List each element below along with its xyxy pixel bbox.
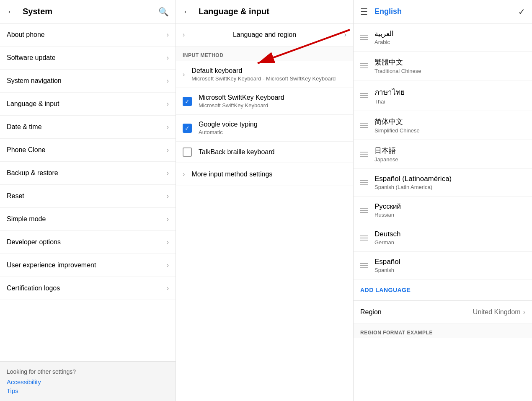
lang-info: Deutsch German: [374, 230, 400, 246]
region-format-header: REGION FORMAT EXAMPLE: [354, 324, 532, 338]
left-menu-item-date-&-time[interactable]: Date & time›: [0, 116, 176, 139]
chevron-icon: ›: [183, 171, 185, 178]
language-item[interactable]: العربية Arabic: [354, 23, 532, 52]
left-menu-item-backup-&-restore[interactable]: Backup & restore›: [0, 162, 176, 185]
swiftkey-content: Microsoft SwiftKey Keyboard Microsoft Sw…: [199, 94, 284, 109]
swiftkey-sublabel: Microsoft SwiftKey Keyboard: [199, 102, 284, 109]
add-language-section: ADD LANGUAGE: [354, 279, 532, 301]
tips-link[interactable]: Tips: [7, 387, 169, 394]
middle-header: ← Language & input: [176, 0, 353, 23]
region-item[interactable]: Region United Kingdom ›: [354, 301, 532, 324]
lang-subname: Japanese: [374, 156, 398, 163]
selected-language-label: English: [374, 7, 402, 16]
checkmark-icon: ✓: [518, 7, 525, 17]
drag-handle-icon: [360, 208, 368, 213]
chevron-icon: ›: [167, 123, 169, 131]
region-value: United Kingdom: [473, 308, 521, 316]
left-menu-item-user-experience-improvement[interactable]: User experience improvement›: [0, 254, 176, 277]
middle-back-icon[interactable]: ←: [183, 6, 192, 17]
left-menu-item-reset[interactable]: Reset›: [0, 185, 176, 208]
left-header: ← System 🔍: [0, 0, 176, 23]
language-item[interactable]: Español Spanish: [354, 252, 532, 279]
chevron-right-icon: ›: [344, 31, 346, 39]
left-menu-item-about-phone[interactable]: About phone›: [0, 23, 176, 47]
language-item[interactable]: ภาษาไทย Thai: [354, 80, 532, 111]
lang-info: Español Spanish: [374, 258, 400, 273]
default-keyboard-label: Default keyboard: [191, 67, 346, 75]
accessibility-link[interactable]: Accessibility: [7, 378, 169, 385]
lang-name: ภาษาไทย: [374, 86, 405, 98]
drag-handle-icon: [360, 180, 368, 185]
left-menu-item-label: User experience improvement: [7, 261, 96, 269]
lang-info: 日本語 Japanese: [374, 146, 398, 163]
left-menu-item-label: Simple mode: [7, 215, 46, 223]
lang-name: Deutsch: [374, 230, 400, 238]
lang-subname: Russian: [374, 212, 401, 218]
language-and-region-item[interactable]: › Language and region ›: [176, 23, 353, 47]
left-menu-item-label: About phone: [7, 31, 45, 39]
left-menu-item-label: Backup & restore: [7, 169, 58, 177]
back-icon[interactable]: ←: [7, 6, 16, 17]
swiftkey-label: Microsoft SwiftKey Keyboard: [199, 94, 284, 101]
swiftkey-keyboard-item[interactable]: Microsoft SwiftKey Keyboard Microsoft Sw…: [176, 88, 353, 115]
left-menu: About phone›Software update›System navig…: [0, 23, 176, 361]
chevron-icon: ›: [183, 31, 185, 39]
left-footer: Looking for other settings? Accessibilit…: [0, 361, 176, 401]
talkback-keyboard-item[interactable]: TalkBack braille keyboard: [176, 142, 353, 163]
language-item[interactable]: Русский Russian: [354, 197, 532, 224]
swiftkey-checkbox[interactable]: [183, 97, 192, 106]
add-language-button[interactable]: ADD LANGUAGE: [360, 287, 411, 293]
left-menu-item-software-update[interactable]: Software update›: [0, 47, 176, 70]
more-input-settings-item[interactable]: › More input method settings: [176, 163, 353, 186]
talkback-checkbox[interactable]: [183, 147, 192, 157]
region-label: Region: [360, 308, 382, 316]
right-panel: ☰ English ✓ العربية Arabic 繁體中文 Traditio…: [354, 0, 532, 401]
drag-handle-icon: [360, 263, 368, 268]
lang-info: العربية Arabic: [374, 29, 394, 45]
default-keyboard-item[interactable]: › Default keyboard Microsoft SwiftKey Ke…: [176, 61, 353, 88]
google-voice-checkbox[interactable]: [183, 124, 192, 133]
lang-subname: German: [374, 239, 400, 246]
left-menu-item-developer-options[interactable]: Developer options›: [0, 231, 176, 254]
talkback-content: TalkBack braille keyboard: [199, 148, 274, 156]
language-item[interactable]: Deutsch German: [354, 224, 532, 252]
search-icon[interactable]: 🔍: [158, 7, 169, 17]
left-menu-item-label: Certification logos: [7, 285, 60, 292]
left-menu-item-certification-logos[interactable]: Certification logos›: [0, 277, 176, 300]
chevron-icon: ›: [167, 285, 169, 292]
chevron-icon: ›: [167, 146, 169, 154]
drag-handle-icon: [360, 93, 368, 98]
google-voice-sublabel: Automatic: [199, 129, 258, 135]
chevron-icon: ›: [167, 215, 169, 223]
left-menu-item-language-&-input[interactable]: Language & input›: [0, 93, 176, 116]
left-menu-item-simple-mode[interactable]: Simple mode›: [0, 208, 176, 231]
looking-text: Looking for other settings?: [7, 368, 169, 375]
lang-subname: Thai: [374, 98, 405, 105]
left-menu-item-label: Language & input: [7, 100, 59, 108]
language-item[interactable]: 简体中文 Simplified Chinese: [354, 111, 532, 140]
middle-panel-title: Language & input: [199, 7, 269, 16]
left-menu-item-phone-clone[interactable]: Phone Clone›: [0, 139, 176, 162]
chevron-icon: ›: [167, 100, 169, 108]
chevron-icon: ›: [167, 238, 169, 246]
lang-info: Español (Latinoamérica) Spanish (Latin A…: [374, 175, 452, 190]
chevron-icon: ›: [167, 169, 169, 177]
lang-subname: Spanish (Latin America): [374, 184, 452, 190]
drag-handle-icon: [360, 123, 368, 128]
menu-icon[interactable]: ☰: [360, 7, 368, 17]
drag-handle-icon: [360, 63, 368, 68]
left-menu-item-system-navigation[interactable]: System navigation›: [0, 70, 176, 93]
language-item[interactable]: 日本語 Japanese: [354, 140, 532, 169]
input-method-section-header: INPUT METHOD: [176, 47, 353, 61]
left-panel: ← System 🔍 About phone›Software update›S…: [0, 0, 176, 401]
language-item[interactable]: 繁體中文 Traditional Chinese: [354, 52, 532, 80]
google-voice-typing-item[interactable]: Google voice typing Automatic: [176, 115, 353, 142]
middle-panel: ← Language & input › Language and region…: [176, 0, 354, 401]
language-item[interactable]: Español (Latinoamérica) Spanish (Latin A…: [354, 169, 532, 197]
region-value-wrap: United Kingdom ›: [473, 308, 525, 316]
lang-name: Русский: [374, 202, 401, 211]
lang-name: Español: [374, 258, 400, 266]
right-language-list: العربية Arabic 繁體中文 Traditional Chinese …: [354, 23, 532, 401]
drag-handle-icon: [360, 35, 368, 40]
lang-subname: Traditional Chinese: [374, 68, 421, 74]
